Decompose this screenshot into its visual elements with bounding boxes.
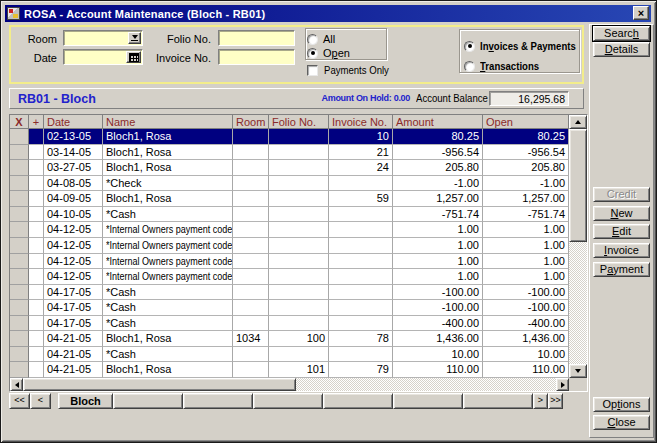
table-row[interactable]: 04-09-05Bloch1, Rosa591,257.001,257.00 [10, 191, 569, 207]
table-row[interactable]: 04-17-05*Cash-400.00-400.00 [10, 316, 569, 332]
cell-expand[interactable] [29, 129, 44, 145]
scroll-up-icon[interactable] [569, 115, 587, 129]
cell-expand[interactable] [29, 300, 44, 316]
row-indicator[interactable] [10, 300, 29, 316]
tab-prev-button[interactable]: < [30, 393, 51, 409]
radio-open[interactable]: Open [307, 47, 350, 59]
tab-empty[interactable] [323, 393, 393, 409]
row-indicator[interactable] [10, 316, 29, 332]
table-row[interactable]: 04-21-05Bloch1, Rosa10179110.00110.00 [10, 362, 569, 378]
radio-transactions[interactable]: Transactions [464, 60, 548, 72]
edit-button[interactable]: Edit [593, 224, 650, 239]
folio-input[interactable] [218, 30, 295, 46]
row-indicator[interactable] [10, 238, 29, 254]
payments-only-checkbox-icon[interactable] [307, 65, 318, 76]
date-input[interactable] [63, 49, 143, 65]
row-indicator[interactable] [10, 362, 29, 378]
details-button[interactable]: Details [593, 42, 650, 57]
column-header-folio[interactable]: Folio No. [269, 115, 329, 129]
room-input[interactable] [63, 30, 143, 46]
row-indicator[interactable] [10, 285, 29, 301]
room-dropdown-icon[interactable] [128, 32, 141, 44]
tab-next-button[interactable]: > [533, 393, 548, 409]
close-button[interactable]: Close [593, 415, 650, 430]
scroll-down-icon[interactable] [569, 364, 587, 378]
table-row[interactable]: 04-21-05Bloch1, Rosa1034100781,436.001,4… [10, 331, 569, 347]
row-indicator[interactable] [10, 207, 29, 223]
row-indicator[interactable] [10, 160, 29, 176]
cell-expand[interactable] [29, 176, 44, 192]
cell-expand[interactable] [29, 238, 44, 254]
scroll-left-icon[interactable] [10, 378, 23, 391]
row-indicator[interactable] [10, 254, 29, 270]
table-row[interactable]: 04-12-05*Internal Owners payment code1.0… [10, 254, 569, 270]
row-indicator[interactable] [10, 269, 29, 285]
cell-expand[interactable] [29, 269, 44, 285]
close-icon[interactable]: × [633, 6, 649, 20]
options-button[interactable]: Options [593, 397, 650, 412]
cell-expand[interactable] [29, 191, 44, 207]
cell-expand[interactable] [29, 207, 44, 223]
row-indicator[interactable] [10, 145, 29, 161]
radio-invoices-payments[interactable]: Invoices & Payments [464, 40, 590, 52]
tab-last-button[interactable]: >> [548, 393, 563, 409]
table-row[interactable]: 04-08-05*Check-1.00-1.00 [10, 176, 569, 192]
radio-invoices-payments-icon[interactable] [464, 41, 475, 52]
horizontal-scroll-thumb[interactable] [23, 378, 296, 391]
row-indicator[interactable] [10, 331, 29, 347]
calendar-icon[interactable] [126, 51, 141, 63]
horizontal-scrollbar[interactable] [10, 378, 569, 391]
tab-first-button[interactable]: << [9, 393, 30, 409]
table-row[interactable]: 03-14-05Bloch1, Rosa21-956.54-956.54 [10, 145, 569, 161]
tab-empty[interactable] [393, 393, 463, 409]
cell-expand[interactable] [29, 160, 44, 176]
payments-only-checkbox[interactable]: Payments Only [307, 64, 399, 76]
search-button[interactable]: Search [593, 26, 650, 41]
invoice-button[interactable]: Invoice [593, 243, 650, 258]
payment-button[interactable]: Payment [593, 262, 650, 277]
row-indicator[interactable] [10, 176, 29, 192]
invoice-input[interactable] [218, 49, 295, 65]
radio-open-icon[interactable] [307, 48, 318, 59]
row-indicator[interactable] [10, 222, 29, 238]
tab-empty[interactable] [253, 393, 323, 409]
table-row[interactable]: 04-12-05*Internal Owners payment code1.0… [10, 222, 569, 238]
table-row[interactable]: 04-12-05*Internal Owners payment code1.0… [10, 238, 569, 254]
scroll-right-icon[interactable] [556, 378, 569, 391]
radio-transactions-icon[interactable] [464, 61, 475, 72]
column-header-name[interactable]: Name [103, 115, 233, 129]
tab-empty[interactable] [183, 393, 253, 409]
column-header-x[interactable]: X [10, 115, 29, 129]
radio-all[interactable]: All [307, 33, 335, 45]
table-row[interactable]: 03-27-05Bloch1, Rosa24205.80205.80 [10, 160, 569, 176]
tab-bloch[interactable]: Bloch [58, 393, 113, 409]
vertical-scroll-thumb[interactable] [569, 129, 587, 242]
cell-expand[interactable] [29, 316, 44, 332]
table-row[interactable]: 04-12-05*Internal Owners payment code1.0… [10, 269, 569, 285]
new-button[interactable]: New [593, 206, 650, 221]
table-row[interactable]: 02-13-05Bloch1, Rosa1080.2580.25 [10, 129, 569, 145]
table-row[interactable]: 04-21-05*Cash10.0010.00 [10, 347, 569, 363]
column-header-open[interactable]: Open [483, 115, 569, 129]
radio-all-icon[interactable] [307, 34, 318, 45]
cell-expand[interactable] [29, 222, 44, 238]
column-header-invoice[interactable]: Invoice No. [329, 115, 393, 129]
cell-expand[interactable] [29, 145, 44, 161]
cell-expand[interactable] [29, 347, 44, 363]
cell-expand[interactable] [29, 285, 44, 301]
row-indicator[interactable] [10, 347, 29, 363]
cell-expand[interactable] [29, 331, 44, 347]
column-header-room[interactable]: Room [233, 115, 269, 129]
tab-empty[interactable] [463, 393, 533, 409]
cell-expand[interactable] [29, 362, 44, 378]
tab-empty[interactable] [113, 393, 183, 409]
cell-expand[interactable] [29, 254, 44, 270]
table-row[interactable]: 04-17-05*Cash-100.00-100.00 [10, 300, 569, 316]
table-row[interactable]: 04-17-05*Cash-100.00-100.00 [10, 285, 569, 301]
column-header-date[interactable]: Date [44, 115, 103, 129]
table-row[interactable]: 04-10-05*Cash-751.74-751.74 [10, 207, 569, 223]
row-indicator[interactable] [10, 191, 29, 207]
column-header-plus[interactable]: + [29, 115, 44, 129]
credit-button[interactable]: Credit [593, 187, 650, 202]
row-indicator[interactable] [10, 129, 29, 145]
